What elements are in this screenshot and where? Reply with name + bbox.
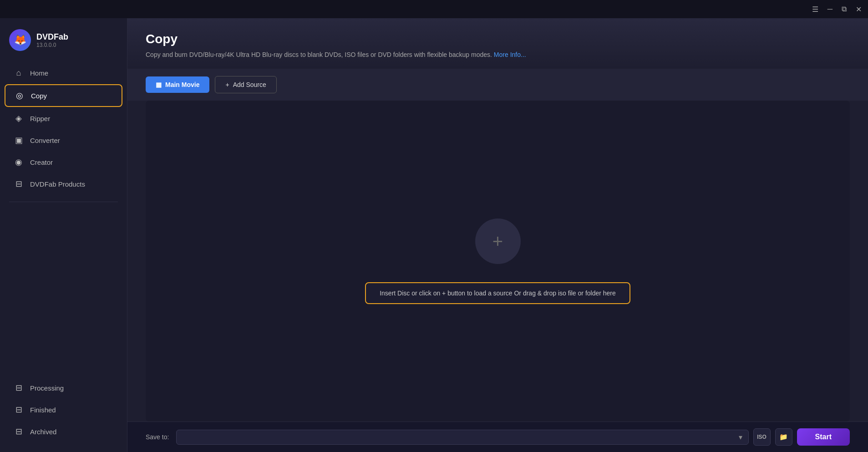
close-icon[interactable]: ✕	[854, 3, 863, 15]
creator-icon: ◉	[14, 157, 24, 167]
sidebar-item-archived[interactable]: ⊟ Archived	[5, 421, 122, 442]
sidebar-item-label-products: DVDFab Products	[30, 180, 85, 188]
main-movie-button[interactable]: ▦ Main Movie	[146, 76, 209, 93]
sidebar-item-processing[interactable]: ⊟ Processing	[5, 377, 122, 398]
iso-button[interactable]: ISO	[753, 428, 771, 446]
menu-icon[interactable]: ☰	[810, 3, 820, 15]
main-movie-label: Main Movie	[165, 81, 199, 88]
sidebar-item-label-processing: Processing	[30, 384, 64, 392]
sidebar-nav-bottom: ⊟ Processing ⊟ Finished ⊟ Archived	[0, 375, 127, 445]
save-bar: Save to: ▾ ISO 📁 Start	[127, 422, 868, 452]
toolbar: ▦ Main Movie + Add Source	[127, 69, 868, 101]
app-body: 🦊 DVDFab 13.0.0.0 ⌂ Home ◎ Copy ◈ Ripper…	[0, 18, 868, 452]
sidebar-item-copy[interactable]: ◎ Copy	[5, 84, 122, 107]
folder-icon: 📁	[779, 433, 788, 441]
sidebar-item-home[interactable]: ⌂ Home	[5, 63, 122, 83]
sidebar-divider	[9, 202, 118, 202]
home-icon: ⌂	[14, 68, 24, 78]
save-path-wrapper: ▾	[176, 430, 748, 445]
add-circle-plus-icon: +	[492, 232, 503, 250]
logo-text-block: DVDFab 13.0.0.0	[36, 32, 68, 48]
app-name: DVDFab	[36, 32, 68, 42]
maximize-icon[interactable]: ⧉	[840, 3, 848, 15]
add-source-plus-icon: +	[225, 81, 229, 88]
sidebar-item-label-ripper: Ripper	[30, 115, 50, 122]
add-circle[interactable]: +	[475, 218, 521, 264]
products-icon: ⊟	[14, 179, 24, 189]
add-source-button[interactable]: + Add Source	[215, 76, 276, 93]
converter-icon: ▣	[14, 135, 24, 145]
main-movie-icon: ▦	[156, 81, 162, 88]
titlebar: ☰ ─ ⧉ ✕	[0, 0, 868, 18]
save-to-label: Save to:	[146, 433, 169, 441]
page-header: Copy Copy and burn DVD/Blu-ray/4K Ultra …	[127, 18, 868, 69]
sidebar-item-label-finished: Finished	[30, 406, 56, 414]
archived-icon: ⊟	[14, 427, 24, 437]
sidebar-item-finished[interactable]: ⊟ Finished	[5, 399, 122, 420]
finished-icon: ⊟	[14, 405, 24, 415]
copy-icon: ◎	[15, 91, 25, 101]
drop-hint: Insert Disc or click on + button to load…	[365, 282, 630, 304]
sidebar-item-ripper[interactable]: ◈ Ripper	[5, 108, 122, 129]
sidebar-item-label-archived: Archived	[30, 428, 56, 436]
page-title: Copy	[146, 32, 850, 46]
save-path-select[interactable]	[176, 430, 748, 445]
sidebar-item-label-converter: Converter	[30, 137, 60, 144]
sidebar-item-label-copy: Copy	[31, 92, 47, 100]
sidebar-item-label-creator: Creator	[30, 158, 53, 166]
minimize-icon[interactable]: ─	[826, 3, 834, 15]
sidebar-item-label-home: Home	[30, 69, 48, 77]
start-button[interactable]: Start	[797, 428, 850, 446]
processing-icon: ⊟	[14, 383, 24, 393]
logo-area: 🦊 DVDFab 13.0.0.0	[0, 25, 127, 60]
more-info-link[interactable]: More Info...	[494, 51, 526, 58]
folder-button[interactable]: 📁	[775, 428, 792, 446]
main-content: Copy Copy and burn DVD/Blu-ray/4K Ultra …	[127, 18, 868, 452]
app-version: 13.0.0.0	[36, 42, 68, 48]
iso-icon: ISO	[757, 434, 766, 440]
sidebar: 🦊 DVDFab 13.0.0.0 ⌂ Home ◎ Copy ◈ Ripper…	[0, 18, 127, 452]
drop-area[interactable]: + Insert Disc or click on + button to lo…	[146, 101, 850, 422]
sidebar-item-dvdfab-products[interactable]: ⊟ DVDFab Products	[5, 173, 122, 194]
ripper-icon: ◈	[14, 113, 24, 123]
sidebar-item-converter[interactable]: ▣ Converter	[5, 130, 122, 151]
page-description: Copy and burn DVD/Blu-ray/4K Ultra HD Bl…	[146, 50, 850, 60]
app-logo: 🦊	[9, 29, 31, 51]
add-source-label: Add Source	[233, 81, 266, 88]
sidebar-nav-main: ⌂ Home ◎ Copy ◈ Ripper ▣ Converter ◉ Cre…	[0, 60, 127, 197]
sidebar-item-creator[interactable]: ◉ Creator	[5, 152, 122, 173]
